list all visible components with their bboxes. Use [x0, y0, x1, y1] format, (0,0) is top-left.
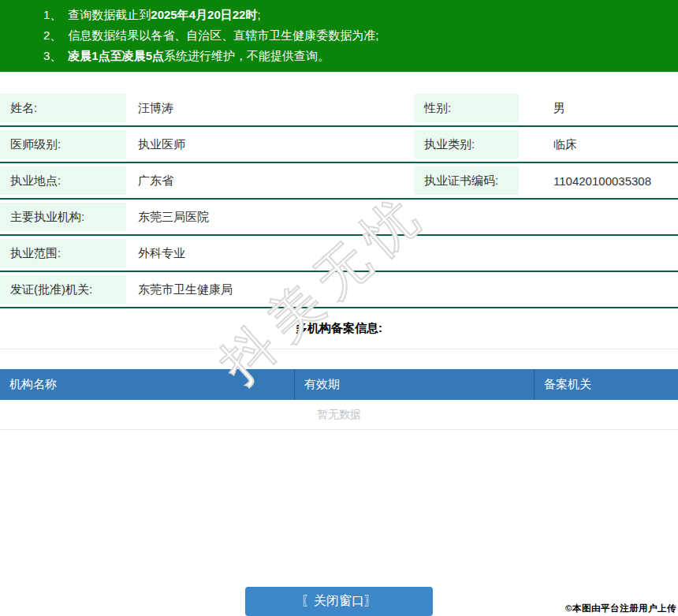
notice-number: 3、 — [43, 49, 61, 62]
issuing-authority-value: 东莞市卫生健康局 — [126, 272, 678, 307]
notice-number: 2、 — [43, 28, 61, 42]
certificate-number-value: 110420100035308 — [519, 163, 678, 198]
notice-text: ; — [257, 8, 260, 21]
notice-line-3: 3、凌晨1点至凌晨5点系统进行维护，不能提供查询。 — [43, 46, 678, 66]
practitioner-info-table: 姓名: 汪博涛 性别: 男 医师级别: 执业医师 执业类别: 临床 执业地点: … — [0, 91, 678, 308]
notice-number: 1、 — [43, 8, 61, 21]
practice-category-value: 临床 — [519, 127, 678, 162]
name-label: 姓名: — [0, 91, 126, 125]
practice-category-label: 执业类别: — [414, 127, 519, 162]
issuing-authority-label: 发证(批准)机关: — [0, 272, 126, 307]
no-data-placeholder: 暂无数据 — [0, 400, 678, 430]
table-row-main-institution: 主要执业机构: 东莞三局医院 — [0, 200, 678, 236]
notice-banner: 1、查询数据截止到2025年4月20日22时; 2、信息数据结果以各省、自治区、… — [0, 0, 678, 72]
gender-value: 男 — [519, 91, 678, 125]
notice-text: 系统进行维护，不能提供查询。 — [164, 49, 330, 62]
main-institution-value: 东莞三局医院 — [126, 200, 678, 234]
notice-line-1: 1、查询数据截止到2025年4月20日22时; — [43, 5, 678, 25]
column-header-institution-name: 机构名称 — [0, 369, 294, 400]
doctor-level-label: 医师级别: — [0, 127, 126, 162]
column-header-filing-authority: 备案机关 — [534, 369, 678, 400]
table-row-issuing-authority: 发证(批准)机关: 东莞市卫生健康局 — [0, 272, 678, 308]
practice-scope-value: 外科专业 — [126, 236, 678, 271]
filing-table: 机构名称 有效期 备案机关 暂无数据 — [0, 369, 678, 430]
notice-text: 查询数据截止到 — [68, 8, 151, 21]
notice-text: 信息数据结果以各省、自治区、直辖市卫生健康委数据为准; — [68, 28, 378, 42]
table-row-location-certificate: 执业地点: 广东省 执业证书编码: 110420100035308 — [0, 163, 678, 200]
column-header-validity-period: 有效期 — [294, 369, 534, 400]
notice-line-2: 2、信息数据结果以各省、自治区、直辖市卫生健康委数据为准; — [43, 25, 678, 46]
gender-label: 性别: — [414, 91, 519, 125]
practice-location-value: 广东省 — [126, 163, 414, 198]
close-window-button[interactable]: 〖关闭窗口〗 — [245, 587, 433, 616]
practice-location-label: 执业地点: — [0, 163, 126, 198]
practice-scope-label: 执业范围: — [0, 236, 126, 271]
table-row-name-gender: 姓名: 汪博涛 性别: 男 — [0, 91, 678, 127]
certificate-number-label: 执业证书编码: — [414, 163, 519, 198]
multi-institution-section-title: 多机构备案信息: — [0, 308, 678, 349]
doctor-level-value: 执业医师 — [126, 127, 414, 162]
notice-text-bold: 凌晨1点至凌晨5点 — [68, 49, 164, 62]
table-row-level-category: 医师级别: 执业医师 执业类别: 临床 — [0, 127, 678, 163]
table-row-practice-scope: 执业范围: 外科专业 — [0, 236, 678, 272]
name-value: 汪博涛 — [126, 91, 414, 125]
filing-table-header: 机构名称 有效期 备案机关 — [0, 369, 678, 400]
notice-text-bold: 2025年4月20日22时 — [151, 8, 257, 21]
main-institution-label: 主要执业机构: — [0, 200, 126, 234]
copyright-note: ©本图由平台注册用户上传 — [565, 603, 676, 614]
